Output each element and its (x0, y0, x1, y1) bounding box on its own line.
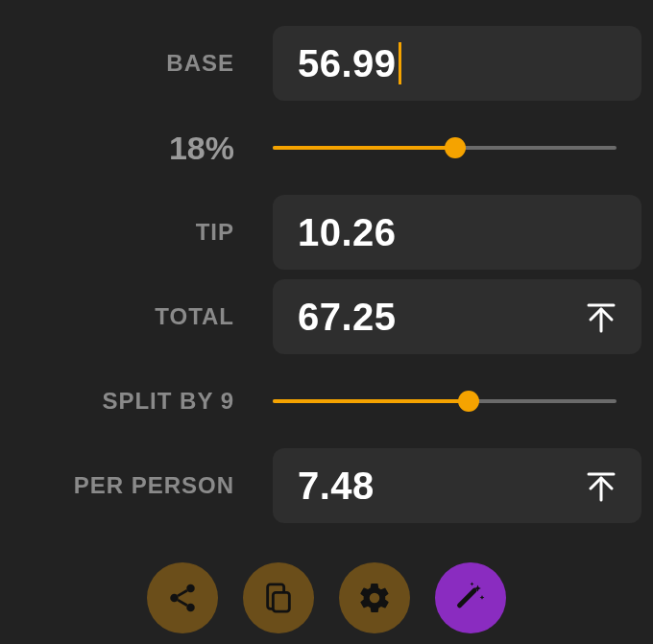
tip-display[interactable]: 10.26 (273, 195, 641, 270)
split-label-col: SPLIT BY 9 (12, 388, 273, 415)
split-value-col (273, 390, 641, 413)
tip-percent-label-col: 18% (12, 130, 273, 167)
tip-row: TIP 10.26 (12, 192, 641, 273)
svg-point-4 (186, 584, 195, 593)
slider-track (273, 146, 617, 150)
tip-percent-value-col (273, 136, 641, 159)
tip-value: 10.26 (298, 211, 397, 254)
settings-button[interactable] (339, 562, 410, 633)
tip-percent-slider[interactable] (273, 136, 641, 159)
magic-wand-icon (453, 581, 488, 615)
split-row: SPLIT BY 9 (12, 361, 641, 441)
base-value: 56.99 (298, 42, 397, 85)
round-up-total-button[interactable] (578, 294, 624, 340)
slider-thumb[interactable] (445, 137, 466, 158)
slider-fill (273, 146, 455, 150)
total-row: TOTAL 67.25 (12, 276, 641, 357)
per-person-display[interactable]: 7.48 (273, 448, 641, 523)
round-up-icon (585, 469, 617, 502)
tip-label-col: TIP (12, 219, 273, 246)
total-display[interactable]: 67.25 (273, 279, 641, 354)
svg-rect-7 (273, 592, 289, 611)
round-up-icon (585, 300, 617, 333)
tip-percent-label: 18% (169, 130, 234, 167)
base-row: BASE 56.99 (12, 23, 641, 104)
slider-track (273, 399, 617, 403)
tip-percent-row: 18% (12, 107, 641, 188)
base-value-col: 56.99 (273, 26, 641, 101)
base-input[interactable]: 56.99 (273, 26, 641, 101)
per-person-label: PER PERSON (74, 472, 234, 499)
svg-point-5 (170, 594, 179, 603)
per-person-value: 7.48 (298, 465, 375, 508)
total-label-col: TOTAL (12, 303, 273, 330)
total-label: TOTAL (155, 303, 234, 330)
text-caret (399, 42, 401, 84)
svg-point-6 (186, 604, 195, 612)
tip-label: TIP (196, 219, 234, 246)
base-label: BASE (166, 50, 234, 77)
share-button[interactable] (147, 562, 218, 633)
svg-rect-8 (456, 587, 478, 609)
copy-icon (262, 582, 295, 614)
per-person-label-col: PER PERSON (12, 472, 273, 499)
tip-value-col: 10.26 (273, 195, 641, 270)
tip-calculator-app: BASE 56.99 18% TIP (0, 0, 653, 633)
gear-icon (357, 581, 392, 615)
slider-thumb[interactable] (458, 391, 479, 412)
bottom-toolbar (12, 562, 641, 633)
slider-fill (273, 399, 469, 403)
per-person-value-col: 7.48 (273, 448, 641, 523)
split-slider[interactable] (273, 390, 641, 413)
split-by-label: SPLIT BY 9 (102, 388, 234, 415)
magic-button[interactable] (435, 562, 506, 633)
base-label-col: BASE (12, 50, 273, 77)
share-icon (166, 582, 199, 614)
copy-button[interactable] (243, 562, 314, 633)
round-up-per-person-button[interactable] (578, 463, 624, 509)
total-value-col: 67.25 (273, 279, 641, 354)
total-value: 67.25 (298, 296, 397, 339)
per-person-row: PER PERSON 7.48 (12, 445, 641, 526)
